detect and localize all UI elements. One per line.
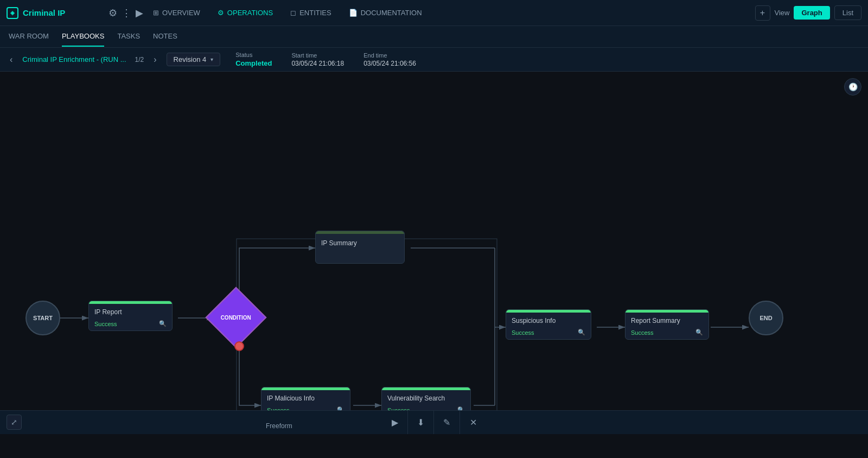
vuln-search-title: Vulnerability Search [387, 395, 465, 402]
start-time-block: Start time 03/05/24 21:06:18 [291, 52, 344, 67]
expand-button[interactable]: ⤢ [7, 415, 22, 430]
start-label: START [33, 315, 53, 321]
end-time-value: 03/05/24 21:06:56 [363, 60, 416, 67]
revision-dropdown[interactable]: Revision 4 ▾ [167, 53, 221, 66]
svg-rect-10 [237, 239, 497, 412]
start-node[interactable]: START [25, 301, 60, 335]
chevron-down-icon: ▾ [210, 56, 213, 62]
condition-node[interactable]: CONDITION [214, 296, 264, 346]
freeform-label: Freeform [266, 422, 292, 430]
condition-label: CONDITION [221, 314, 251, 320]
add-button[interactable]: + [755, 5, 770, 21]
graph-button[interactable]: Graph [794, 6, 829, 20]
nav-back-arrow[interactable]: ‹ [7, 53, 16, 67]
view-label: View [775, 9, 790, 17]
tab-operations[interactable]: ⚙ OPERATIONS [210, 5, 280, 20]
more-icon[interactable]: ⋮ [122, 7, 131, 19]
report-summary-search-icon[interactable]: 🔍 [695, 329, 703, 336]
canvas-play-tool[interactable]: ▶ [382, 411, 408, 435]
start-time-value: 03/05/24 21:06:18 [291, 60, 344, 67]
ip-report-node[interactable]: IP Report Success 🔍 [88, 301, 173, 331]
canvas-edit-tool[interactable]: ✎ [434, 411, 460, 435]
suspicious-search-icon[interactable]: 🔍 [578, 329, 585, 336]
tab-documentation[interactable]: 📄 DOCUMENTATION [341, 5, 430, 20]
canvas-download-tool[interactable]: ⬇ [408, 411, 434, 435]
ip-report-status: Success [94, 321, 117, 327]
expand-icon[interactable]: ▶ [136, 7, 143, 19]
breadcrumb-title: Criminal IP Enrichment - (RUN ... [22, 55, 126, 63]
status-block: Status Completed [235, 52, 272, 67]
end-node[interactable]: END [749, 301, 783, 335]
ip-report-title: IP Report [94, 308, 167, 316]
tab-warroom[interactable]: WAR ROOM [9, 27, 49, 47]
report-summary-title: Report Summary [631, 317, 703, 325]
main-nav-tabs: ⊞ OVERVIEW ⚙ OPERATIONS ◻ ENTITIES 📄 DOC… [145, 5, 755, 20]
top-nav: ◈ Criminal IP ⚙ ⋮ ▶ ⊞ OVERVIEW ⚙ OPERATI… [0, 0, 868, 26]
revision-label: Revision 4 [174, 55, 207, 63]
app-logo[interactable]: ◈ Criminal IP [7, 7, 93, 19]
ip-malicious-title: IP Malicious Info [267, 395, 344, 402]
canvas-toolbar: ⤢ Freeform ▶ ⬇ ✎ ✕ [0, 410, 868, 434]
suspicious-title: Suspicious Info [512, 317, 585, 325]
tab-entities[interactable]: ◻ ENTITIES [283, 5, 339, 20]
graph-svg [0, 72, 868, 434]
start-time-label: Start time [291, 52, 344, 59]
ip-report-search-icon[interactable]: 🔍 [159, 320, 167, 327]
status-label: Status [235, 52, 272, 58]
breadcrumb-count: 1/2 [135, 56, 144, 63]
sec-nav: WAR ROOM PLAYBOOKS TASKS NOTES [0, 26, 868, 48]
ip-summary-title: IP Summary [321, 239, 399, 247]
entities-icon: ◻ [290, 9, 296, 17]
suspicious-node[interactable]: Suspicious Info Success 🔍 [506, 309, 591, 340]
report-summary-node[interactable]: Report Summary Success 🔍 [625, 309, 709, 340]
end-label: END [760, 315, 772, 321]
suspicious-status: Success [512, 329, 534, 336]
nav-right: + View Graph List [755, 5, 861, 21]
tab-playbooks[interactable]: PLAYBOOKS [62, 27, 105, 47]
breadcrumb-bar: ‹ Criminal IP Enrichment - (RUN ... 1/2 … [0, 48, 868, 72]
tab-notes[interactable]: NOTES [153, 27, 177, 47]
nav-forward-arrow[interactable]: › [150, 53, 159, 67]
report-summary-status: Success [631, 329, 654, 336]
ip-summary-node[interactable]: IP Summary [315, 231, 405, 264]
app-name: Criminal IP [23, 8, 65, 17]
operations-icon: ⚙ [218, 9, 224, 17]
graph-canvas: 🕐 START [0, 72, 868, 434]
canvas-close-tool[interactable]: ✕ [460, 411, 486, 435]
end-time-block: End time 03/05/24 21:06:56 [363, 52, 416, 67]
overview-icon: ⊞ [153, 9, 159, 17]
end-time-label: End time [363, 52, 416, 59]
settings-icon[interactable]: ⚙ [108, 7, 117, 19]
documentation-icon: 📄 [349, 9, 358, 17]
list-button[interactable]: List [834, 5, 861, 20]
status-value: Completed [235, 59, 272, 67]
app-logo-icon: ◈ [7, 7, 18, 19]
tab-tasks[interactable]: TASKS [117, 27, 140, 47]
tab-overview[interactable]: ⊞ OVERVIEW [145, 5, 208, 20]
